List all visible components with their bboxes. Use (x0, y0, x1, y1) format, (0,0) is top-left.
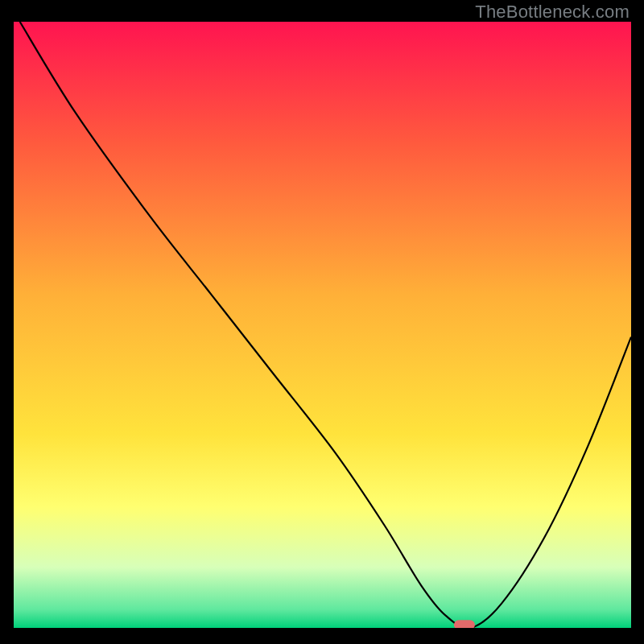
chart-frame: TheBottleneck.com (0, 0, 644, 644)
gradient-background (14, 22, 631, 628)
chart-svg (14, 22, 631, 628)
bottleneck-marker (454, 620, 475, 628)
plot-area (14, 22, 631, 628)
watermark-text: TheBottleneck.com (475, 2, 630, 23)
